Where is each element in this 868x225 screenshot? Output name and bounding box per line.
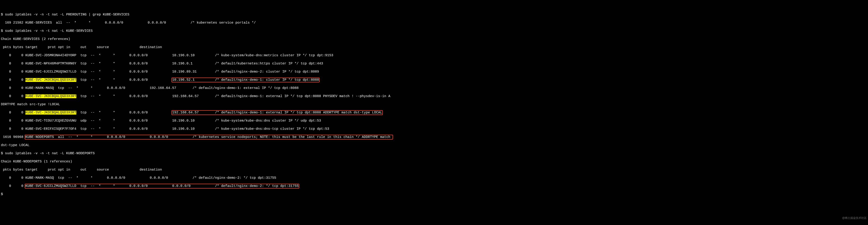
term-line: dst-type LOCAL [1,143,867,147]
chain-header: Chain KUBE-SERVICES (2 references) [1,37,70,41]
col-header: pkts bytes target prot opt in out source… [1,45,162,49]
term-line: 0 0 KUBE-SVC-JKOCBQALQGD3X3RT tcp -- * *… [1,94,867,99]
term-line: 0 0 KUBE-SVC-JKOCBQALQGD3X3RT tcp -- * *… [1,78,867,82]
term-line: $ [1,192,867,196]
rule: 0 0 KUBE-SVC-ERIFXISQEP7F7OF4 tcp -- * *… [1,127,329,131]
term-line: $ sudo iptables -v -n -t nat -L KUBE-NOD… [1,151,867,156]
term-line: 0 0 KUBE-SVC-ERIFXISQEP7F7OF4 tcp -- * *… [1,127,867,131]
term-line: 1616 96968 KUBE-NODEPORTS all -- * * 0.0… [1,135,867,139]
rule: 0 0 KUBE-SVC-TCOU7JCQXEZGVUNU udp -- * *… [1,119,321,123]
output: 169 21582 KUBE-SERVICES all -- * * 0.0.0… [1,21,256,25]
rule: 0 0 KUBE-SVC-NPX46M4PTMTKRN6Y tcp -- * *… [1,62,323,65]
term-line: Chain KUBE-SERVICES (2 references) [1,37,867,41]
rule-prefix: 0 0 [1,78,25,82]
term-line: 0 0 KUBE-SVC-NPX46M4PTMTKRN6Y tcp -- * *… [1,62,867,66]
rule-prefix: 0 0 [1,111,25,115]
rule-mid: tcp -- * * 0.0.0.0/0 [76,78,172,82]
rule-prefix: 0 0 [1,94,25,98]
cmd: $ sudo iptables -v -n -t nat -L KUBE-NOD… [1,151,95,156]
term-line: 0 0 KUBE-SVC-6JCCLZMUQSW27LLD tcp -- * *… [1,70,867,74]
term-line: 169 21582 KUBE-SERVICES all -- * * 0.0.0… [1,21,867,25]
term-line: pkts bytes target prot opt in out source… [1,168,867,172]
rule-mid: tcp -- * * 0.0.0.0/0 [76,111,172,115]
nodeports-box: KUBE-NODEPORTS all -- * * 0.0.0.0/0 0.0.… [25,135,393,140]
chain-header: Chain KUBE-NODEPORTS (1 references) [1,160,72,164]
svc-highlight: KUBE-SVC-JKOCBQALQGD3X3RT [25,111,76,115]
term-line: $ sudo iptables -v -n -t nat -L PREROUTI… [1,13,867,17]
cmd: $ sudo iptables -v -n -t nat -L PREROUTI… [1,13,129,17]
rule: 0 0 KUBE-MARK-MASQ tcp -- * * 0.0.0.0/0 … [1,86,299,90]
rule-tail: tcp -- * * 0.0.0.0/0 192.168.64.57 /* de… [76,94,390,98]
term-line: 0 0 KUBE-SVC-JD5MR3NA4I4DYORP tcp -- * *… [1,54,867,58]
prompt[interactable]: $ [1,192,5,196]
rule-prefix: 1616 96968 [1,135,25,139]
term-line: 0 0 KUBE-MARK-MASQ tcp -- * * 0.0.0.0/0 … [1,86,867,90]
term-line: $ sudo iptables -v -n -t nat -L KUBE-SER… [1,29,867,33]
term-line: pkts bytes target prot opt in out source… [1,45,867,50]
rule-prefix: 0 0 [1,184,25,188]
watermark-text: @稀土掘金技术社区 [842,216,867,220]
nodeport-svc-box: KUBE-SVC-6JCCLZMUQSW27LLD tcp -- * * 0.0… [25,184,299,189]
term-line: 0 0 KUBE-SVC-6JCCLZMUQSW27LLD tcp -- * *… [1,184,867,188]
term-line: 0 0 KUBE-SVC-TCOU7JCQXEZGVUNU udp -- * *… [1,119,867,123]
rule: 0 0 KUBE-MARK-MASQ tcp -- * * 0.0.0.0/0 … [1,176,276,180]
cmd: $ sudo iptables -v -n -t nat -L KUBE-SER… [1,29,93,33]
rule: 0 0 KUBE-SVC-6JCCLZMUQSW27LLD tcp -- * *… [1,70,319,74]
external-ip-box: 192.168.64.57 /* default/nginx-demo-1: e… [172,110,383,115]
svc-highlight: KUBE-SVC-JKOCBQALQGD3X3RT [25,78,76,82]
col-header: pkts bytes target prot opt in out source… [1,168,162,172]
cluster-ip-box: 10.196.52.1 /* default/nginx-demo-1: clu… [172,78,320,82]
term-line: DDRTYPE match src-type !LOCAL [1,103,867,107]
svc-highlight: KUBE-SVC-JKOCBQALQGD3X3RT [25,94,76,98]
term-line: 0 0 KUBE-MARK-MASQ tcp -- * * 0.0.0.0/0 … [1,176,867,180]
rule: 0 0 KUBE-SVC-JD5MR3NA4I4DYORP tcp -- * *… [1,54,333,57]
term-line: 0 0 KUBE-SVC-JKOCBQALQGD3X3RT tcp -- * *… [1,111,867,115]
rule-wrap: DDRTYPE match src-type !LOCAL [1,103,60,106]
term-line: Chain KUBE-NODEPORTS (1 references) [1,160,867,164]
rule-wrap: dst-type LOCAL [1,143,29,147]
